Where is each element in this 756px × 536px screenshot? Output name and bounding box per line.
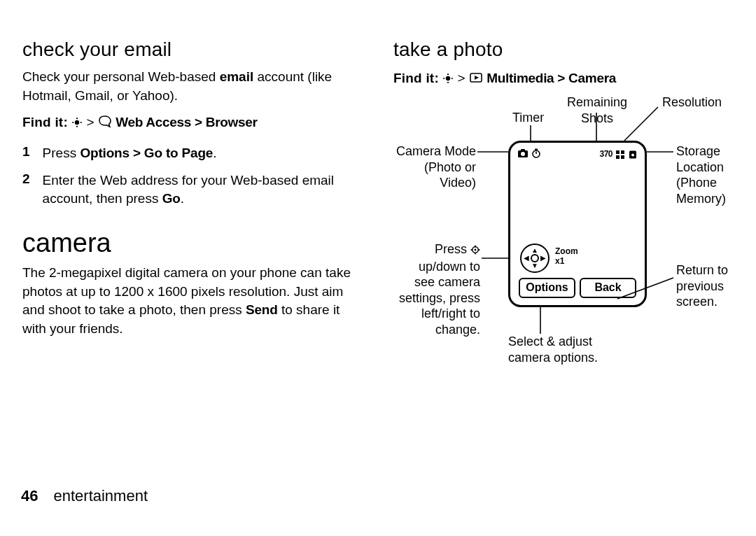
storage-icon	[628, 148, 638, 163]
text: Enter the Web address for your Web-based…	[43, 173, 334, 206]
center-key-icon	[71, 116, 83, 132]
svg-point-23	[631, 154, 634, 157]
callout-resolution: Resolution	[662, 94, 722, 111]
steps-list: 1 Press Options > Go to Page. 2 Enter th…	[22, 140, 365, 213]
text: Press	[43, 146, 80, 160]
svg-point-4	[80, 122, 82, 123]
zoom-value: x1	[555, 256, 564, 266]
text: Location	[676, 160, 724, 174]
svg-rect-21	[621, 155, 624, 159]
svg-point-3	[72, 122, 74, 123]
callout-options: Select & adjust camera options.	[508, 334, 598, 365]
step-text: Enter the Web address for your Web-based…	[43, 167, 365, 213]
text: Remaining	[567, 95, 627, 109]
svg-point-37	[479, 249, 480, 251]
find-it-web-access: Find it: > Web Access > Browser	[22, 115, 365, 132]
text: up/down to	[419, 260, 480, 274]
svg-point-1	[76, 118, 78, 119]
step-row: 2 Enter the Web address for your Web-bas…	[22, 167, 365, 213]
heading-check-email: check your email	[22, 38, 365, 61]
svg-point-34	[475, 245, 476, 246]
phone-screen-frame: 370 ▲ ▼ ◀ ▶	[508, 141, 647, 307]
find-it-multimedia: Find it: > Multimedia > Camera	[393, 71, 725, 87]
bold-email: email	[220, 69, 254, 84]
text: screen.	[676, 295, 718, 309]
camera-paragraph: The 2-megapixel digital camera on your p…	[22, 264, 365, 338]
text: Camera Mode	[396, 144, 476, 158]
svg-rect-20	[616, 155, 620, 159]
svg-point-14	[521, 152, 525, 156]
text: .	[181, 191, 184, 206]
step-text: Press Options > Go to Page.	[43, 140, 365, 167]
callout-nav-key: Press up/down to see camera settings, pr…	[393, 241, 480, 337]
text: Select & adjust	[508, 334, 592, 348]
page-number: 46	[21, 487, 38, 505]
callout-storage: Storage Location (Phone Memory)	[676, 143, 726, 206]
text: (Phone	[676, 176, 717, 190]
heading-take-photo: take a photo	[393, 38, 725, 61]
right-column: take a photo Find it: > Multimedia > Cam…	[393, 38, 725, 391]
text: previous	[676, 279, 724, 293]
softkey-options[interactable]: Options	[519, 278, 575, 298]
text: left/right to	[421, 306, 480, 320]
find-it-label: Find it:	[22, 115, 68, 129]
nav-key-icon: ▲ ▼ ◀ ▶	[520, 244, 550, 273]
text: Check your personal Web-based	[22, 69, 220, 84]
left-column: check your email Check your personal Web…	[22, 38, 365, 391]
text: Memory)	[676, 192, 726, 206]
svg-rect-13	[521, 149, 525, 151]
text: Press	[435, 242, 470, 256]
step-number: 2	[22, 167, 43, 213]
svg-rect-17	[535, 149, 538, 150]
go-key: Go	[162, 191, 181, 206]
step-row: 1 Press Options > Go to Page.	[22, 140, 365, 167]
web-access-icon	[98, 115, 112, 132]
section-name: entertainment	[53, 487, 148, 505]
find-it-label: Find it:	[393, 71, 439, 85]
find-it-path: Web Access > Browser	[115, 115, 258, 129]
text: see camera	[414, 275, 480, 289]
timer-icon	[531, 148, 541, 160]
text: (Photo or	[424, 160, 476, 174]
svg-point-35	[475, 253, 476, 255]
send-key: Send	[246, 302, 278, 317]
resolution-icon	[615, 148, 625, 163]
svg-point-6	[447, 73, 449, 75]
svg-rect-18	[616, 150, 620, 154]
zoom-indicator: Zoom x1	[555, 246, 578, 267]
svg-point-33	[475, 249, 477, 251]
svg-rect-19	[621, 150, 624, 154]
remaining-shots-value: 370	[599, 149, 612, 159]
text: Return to	[676, 263, 728, 277]
text: Shots	[581, 111, 613, 125]
status-bar: 370	[517, 148, 638, 161]
softkey-back[interactable]: Back	[580, 278, 636, 298]
heading-camera: camera	[22, 228, 365, 258]
center-key-icon	[442, 72, 454, 87]
text: change.	[435, 323, 480, 337]
svg-point-0	[75, 120, 79, 125]
zoom-label: Zoom	[555, 246, 578, 256]
svg-point-36	[470, 249, 472, 251]
text: settings, press	[399, 291, 480, 305]
callout-back: Return to previous screen.	[676, 262, 728, 310]
nav-key-icon	[470, 243, 480, 259]
svg-point-7	[447, 82, 449, 83]
svg-point-5	[446, 76, 450, 80]
text: camera options.	[508, 351, 598, 365]
find-it-path: Multimedia > Camera	[486, 71, 616, 85]
svg-point-2	[76, 126, 78, 127]
step-number: 1	[22, 140, 43, 167]
svg-line-26	[624, 107, 658, 141]
text: Storage	[676, 144, 720, 158]
callout-remaining-shots: Remaining Shots	[567, 94, 627, 126]
svg-marker-11	[475, 76, 479, 80]
svg-point-9	[451, 78, 453, 79]
camera-mode-icon	[517, 148, 528, 160]
page-footer: 46entertainment	[21, 487, 148, 505]
menu-path: Options > Go to Page	[80, 146, 213, 160]
callout-timer: Timer	[512, 110, 544, 126]
camera-viewfinder-diagram: 370 ▲ ▼ ◀ ▶	[393, 97, 729, 391]
manual-page: check your email Check your personal Web…	[0, 0, 756, 536]
svg-point-8	[443, 78, 444, 79]
